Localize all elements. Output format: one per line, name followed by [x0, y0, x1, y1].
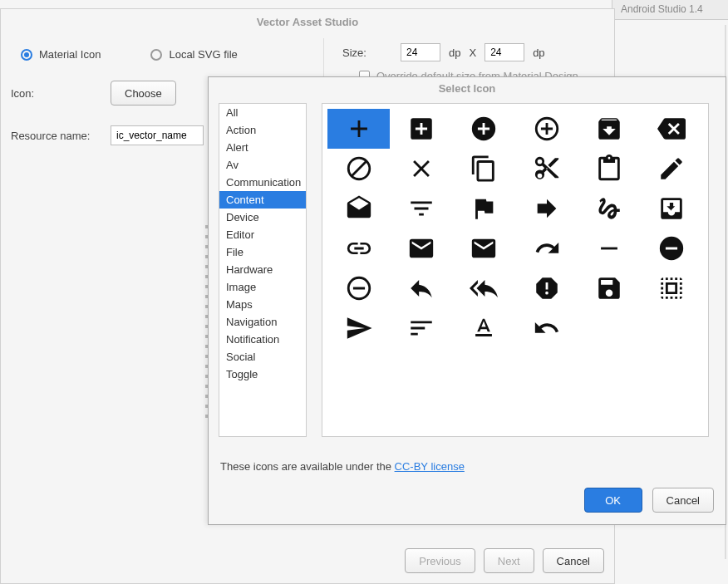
select-icon-dialog: Select Icon AllActionAlertAvCommunicatio…	[208, 76, 726, 525]
category-item-social[interactable]: Social	[219, 348, 306, 366]
next-button[interactable]: Next	[484, 548, 534, 573]
sort-icon[interactable]	[390, 308, 452, 348]
add-circle-icon[interactable]	[453, 109, 515, 149]
size-width-input[interactable]	[401, 43, 440, 61]
dp-unit: dp	[533, 47, 544, 59]
radio-dot-icon	[150, 49, 162, 61]
reply-icon[interactable]	[390, 268, 452, 308]
source-localsvg-label: Local SVG file	[169, 48, 237, 61]
source-material-radio[interactable]: Material Icon	[21, 48, 101, 61]
forward-icon[interactable]	[515, 189, 578, 228]
category-item-all[interactable]: All	[219, 104, 306, 121]
send-icon[interactable]	[327, 308, 390, 348]
vas-cancel-button[interactable]: Cancel	[543, 548, 604, 573]
flag-icon[interactable]	[453, 189, 515, 228]
category-item-device[interactable]: Device	[219, 209, 306, 226]
reply-all-icon[interactable]	[453, 268, 515, 308]
archive-icon[interactable]	[578, 109, 640, 149]
category-item-maps[interactable]: Maps	[219, 296, 306, 313]
block-icon[interactable]	[327, 149, 390, 189]
size-label: Size:	[342, 47, 392, 59]
dialog-title: Select Icon	[209, 77, 726, 103]
clear-icon[interactable]	[390, 149, 452, 189]
ok-button[interactable]: OK	[584, 488, 642, 513]
dialog-cancel-button[interactable]: Cancel	[652, 488, 714, 513]
category-list[interactable]: AllActionAlertAvCommunicationContentDevi…	[219, 103, 307, 437]
category-item-communication[interactable]: Communication	[219, 174, 306, 191]
ide-tab: Android Studio 1.4	[612, 0, 728, 20]
save-icon[interactable]	[578, 268, 640, 308]
text-format-icon[interactable]	[453, 308, 515, 348]
category-item-alert[interactable]: Alert	[219, 139, 306, 156]
markunread-icon[interactable]	[453, 228, 515, 268]
source-localsvg-radio[interactable]: Local SVG file	[150, 48, 237, 61]
resource-name-label: Resource name:	[11, 130, 111, 142]
remove-icon[interactable]	[578, 228, 640, 268]
source-material-label: Material Icon	[39, 48, 101, 61]
content-cut-icon[interactable]	[515, 149, 578, 189]
category-item-content[interactable]: Content	[219, 191, 306, 209]
size-x: X	[469, 47, 476, 59]
content-paste-icon[interactable]	[578, 149, 640, 189]
cc-by-link[interactable]: CC-BY license	[395, 460, 465, 473]
icon-label: Icon:	[11, 87, 111, 100]
category-item-hardware[interactable]: Hardware	[219, 261, 306, 278]
inbox-icon[interactable]	[641, 189, 703, 228]
link-icon[interactable]	[327, 228, 390, 268]
icon-grid[interactable]	[322, 103, 709, 437]
resource-name-input[interactable]	[111, 125, 204, 145]
category-item-action[interactable]: Action	[219, 121, 306, 139]
dp-unit: dp	[449, 47, 460, 59]
category-item-navigation[interactable]: Navigation	[219, 313, 306, 331]
filter-list-icon[interactable]	[390, 189, 452, 228]
add-icon[interactable]	[327, 109, 390, 149]
category-item-toggle[interactable]: Toggle	[219, 366, 306, 383]
vas-title: Vector Asset Studio	[1, 9, 614, 35]
gesture-icon[interactable]	[578, 189, 640, 228]
undo-icon[interactable]	[515, 308, 578, 348]
license-credit: These icons are available under the CC-B…	[220, 460, 465, 473]
remove-circle-outline-icon[interactable]	[327, 268, 390, 308]
remove-circle-icon[interactable]	[641, 228, 703, 268]
select-all-icon[interactable]	[641, 268, 703, 308]
category-item-file[interactable]: File	[219, 243, 306, 261]
mail-icon[interactable]	[390, 228, 452, 268]
previous-button[interactable]: Previous	[405, 548, 475, 573]
drafts-icon[interactable]	[327, 189, 390, 228]
size-height-input[interactable]	[485, 43, 524, 61]
choose-button[interactable]: Choose	[111, 81, 176, 106]
redo-icon[interactable]	[515, 228, 578, 268]
add-box-icon[interactable]	[390, 109, 452, 149]
category-item-av[interactable]: Av	[219, 156, 306, 174]
category-item-image[interactable]: Image	[219, 278, 306, 296]
backspace-icon[interactable]	[641, 109, 703, 149]
add-circle-outline-icon[interactable]	[515, 109, 578, 149]
create-icon[interactable]	[641, 149, 703, 189]
category-item-notification[interactable]: Notification	[219, 331, 306, 348]
category-item-editor[interactable]: Editor	[219, 226, 306, 243]
radio-dot-icon	[21, 49, 32, 61]
report-icon[interactable]	[515, 268, 578, 308]
content-copy-icon[interactable]	[453, 149, 515, 189]
